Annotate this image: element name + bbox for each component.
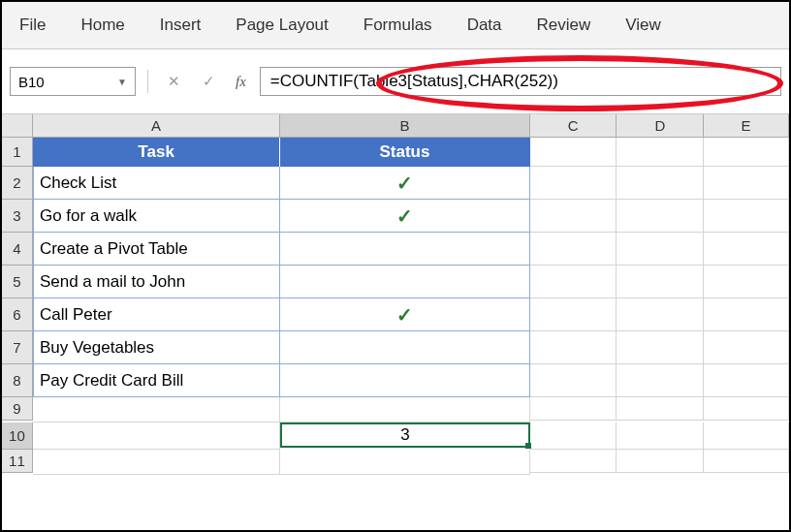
row-header-3[interactable]: 3: [2, 200, 33, 233]
tab-page-layout[interactable]: Page Layout: [218, 10, 345, 41]
cell-task-6[interactable]: Pay Credit Card Bill: [33, 364, 280, 397]
cell-task-2[interactable]: Create a Pivot Table: [33, 233, 280, 266]
cell-c8[interactable]: [530, 364, 617, 397]
cell-e2[interactable]: [704, 167, 789, 200]
formula-input[interactable]: =COUNTIF(Table3[Status],CHAR(252)): [260, 67, 781, 96]
cell-status-3[interactable]: [280, 266, 529, 298]
row-header-2[interactable]: 2: [2, 167, 33, 200]
fill-handle[interactable]: [525, 443, 531, 449]
cell-e3[interactable]: [704, 200, 789, 233]
tab-insert[interactable]: Insert: [142, 10, 219, 41]
cell-c7[interactable]: [530, 331, 617, 364]
cell-e10[interactable]: [704, 422, 789, 450]
cell-c9[interactable]: [530, 397, 617, 421]
cell-c1[interactable]: [530, 138, 617, 167]
cell-e5[interactable]: [704, 266, 789, 298]
cell-d7[interactable]: [617, 331, 704, 364]
result-value: 3: [400, 425, 409, 445]
cell-c11[interactable]: [530, 450, 617, 473]
formula-text: =COUNTIF(Table3[Status],CHAR(252)): [270, 72, 558, 91]
cell-status-6[interactable]: [280, 364, 529, 397]
tab-view[interactable]: View: [608, 10, 679, 41]
row-11: 11: [2, 450, 789, 475]
cell-d8[interactable]: [617, 364, 704, 397]
tab-review[interactable]: Review: [520, 10, 609, 41]
ribbon: File Home Insert Page Layout Formulas Da…: [2, 2, 789, 49]
cell-task-0[interactable]: Check List: [33, 167, 280, 200]
row-header-10[interactable]: 10: [2, 422, 33, 450]
row-header-9[interactable]: 9: [2, 397, 33, 421]
row-3: 3 Go for a walk ✓: [2, 200, 789, 233]
header-status[interactable]: Status: [280, 138, 529, 167]
row-header-6[interactable]: 6: [2, 298, 33, 331]
cell-a9[interactable]: [33, 397, 280, 422]
col-header-a[interactable]: A: [33, 114, 280, 138]
col-header-b[interactable]: B: [280, 114, 529, 138]
col-header-c[interactable]: C: [530, 114, 617, 138]
name-box[interactable]: B10 ▼: [10, 67, 136, 96]
cell-task-4[interactable]: Call Peter: [33, 298, 280, 331]
cell-d6[interactable]: [617, 298, 704, 331]
cell-c10[interactable]: [530, 422, 617, 450]
cell-status-4[interactable]: ✓: [280, 298, 529, 331]
cell-d5[interactable]: [617, 266, 704, 298]
cell-status-1[interactable]: ✓: [280, 200, 529, 233]
cell-task-3[interactable]: Send a mail to John: [33, 266, 280, 298]
cell-e9[interactable]: [704, 397, 789, 421]
name-box-value: B10: [18, 74, 45, 90]
cell-a11[interactable]: [33, 450, 280, 475]
row-header-7[interactable]: 7: [2, 331, 33, 364]
cancel-icon[interactable]: ✕: [160, 69, 187, 94]
cell-e1[interactable]: [704, 138, 789, 167]
cell-d9[interactable]: [617, 397, 704, 421]
col-header-d[interactable]: D: [617, 114, 704, 138]
row-10: 10 3: [2, 422, 789, 450]
tab-home[interactable]: Home: [63, 10, 142, 41]
chevron-down-icon[interactable]: ▼: [117, 77, 127, 87]
fx-label[interactable]: fx: [230, 74, 252, 90]
cell-task-1[interactable]: Go for a walk: [33, 200, 280, 233]
cell-b11[interactable]: [280, 450, 529, 475]
cell-a10[interactable]: [33, 422, 280, 450]
row-header-11[interactable]: 11: [2, 450, 33, 473]
cell-c4[interactable]: [530, 233, 617, 266]
cell-b9[interactable]: [280, 397, 529, 422]
cell-e11[interactable]: [704, 450, 789, 473]
cell-c3[interactable]: [530, 200, 617, 233]
cell-c2[interactable]: [530, 167, 617, 200]
tab-formulas[interactable]: Formulas: [346, 10, 450, 41]
cell-task-5[interactable]: Buy Vegetables: [33, 331, 280, 364]
cell-b10-selected[interactable]: 3: [280, 422, 529, 448]
cell-d3[interactable]: [617, 200, 704, 233]
row-header-5[interactable]: 5: [2, 266, 33, 298]
cell-d4[interactable]: [617, 233, 704, 266]
tab-data[interactable]: Data: [450, 10, 520, 41]
cell-c5[interactable]: [530, 266, 617, 298]
enter-icon[interactable]: ✓: [195, 69, 222, 94]
cell-e7[interactable]: [704, 331, 789, 364]
row-1: 1 Task Status: [2, 138, 789, 167]
header-task[interactable]: Task: [33, 138, 280, 167]
cell-e4[interactable]: [704, 233, 789, 266]
cell-status-5[interactable]: [280, 331, 529, 364]
select-all-corner[interactable]: [2, 114, 33, 138]
row-header-1[interactable]: 1: [2, 138, 33, 167]
row-header-8[interactable]: 8: [2, 364, 33, 397]
cell-status-0[interactable]: ✓: [280, 167, 529, 200]
cell-d10[interactable]: [617, 422, 704, 450]
cell-d1[interactable]: [617, 138, 704, 167]
row-5: 5 Send a mail to John: [2, 266, 789, 298]
cell-c6[interactable]: [530, 298, 617, 331]
cell-d11[interactable]: [617, 450, 704, 473]
cell-d2[interactable]: [617, 167, 704, 200]
checkmark-icon: ✓: [396, 172, 413, 195]
row-4: 4 Create a Pivot Table: [2, 233, 789, 266]
tab-file[interactable]: File: [2, 10, 63, 41]
row-header-4[interactable]: 4: [2, 233, 33, 266]
cell-e6[interactable]: [704, 298, 789, 331]
row-7: 7 Buy Vegetables: [2, 331, 789, 364]
cell-e8[interactable]: [704, 364, 789, 397]
cell-status-2[interactable]: [280, 233, 529, 266]
row-8: 8 Pay Credit Card Bill: [2, 364, 789, 397]
col-header-e[interactable]: E: [704, 114, 789, 138]
